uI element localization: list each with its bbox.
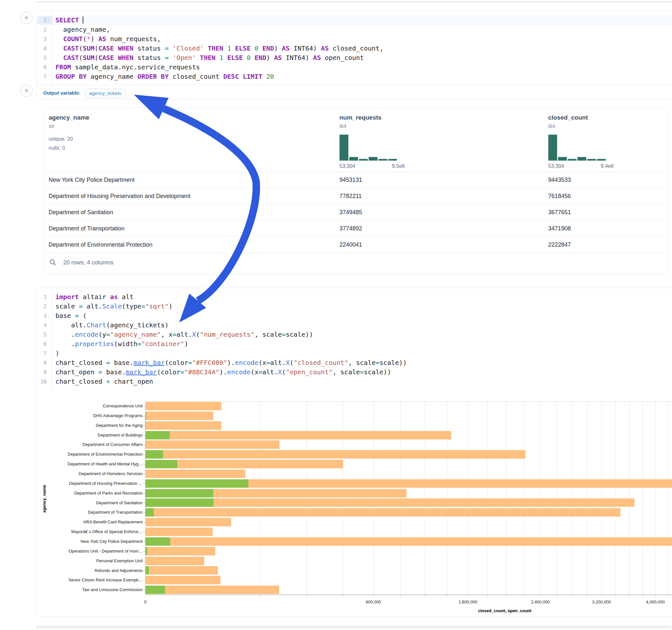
bar-open-count [145, 547, 147, 555]
column-header-num_requests[interactable]: num_requests [339, 114, 382, 121]
code-line[interactable]: 7GROUP BY agency_name ORDER BY closed_co… [37, 72, 672, 81]
histogram-max-label: 9.5e6 [392, 163, 405, 169]
table-row[interactable]: Department of Environmental Protection22… [45, 237, 668, 253]
bar-closed-count [145, 450, 526, 459]
x-axis-tick-label: 4,000,000 [646, 600, 665, 604]
line-number: 3 [37, 34, 52, 44]
code-text: SELECT [55, 16, 83, 25]
code-line[interactable]: 2 agency_name, [37, 25, 672, 34]
y-axis-tick [143, 435, 145, 436]
gridline [602, 401, 602, 595]
gridline [506, 401, 506, 595]
histogram-bar [349, 157, 358, 161]
table-row[interactable]: New York City Police Department945313194… [45, 172, 668, 188]
code-line[interactable]: 4 CAST(SUM(CASE WHEN status = 'Closed' T… [37, 44, 672, 53]
y-axis-tick [143, 541, 145, 542]
table-cell: 2222847 [548, 237, 571, 253]
bar-open-count [145, 421, 146, 430]
x-axis-tick-label: 1,600,000 [458, 600, 477, 604]
x-axis-tick-label: 3,200,000 [592, 600, 611, 604]
table-cell: New York City Police Department [49, 172, 135, 188]
y-axis-label: Department of Transportation [37, 508, 143, 517]
y-axis-label: Department for the Aging [37, 421, 143, 430]
column-histogram [548, 135, 606, 161]
histogram-bar [378, 159, 387, 161]
column-histogram [339, 135, 397, 161]
y-axis-label: Refunds and Adjustments [37, 566, 143, 576]
sql-code-editor[interactable]: 1⌄SELECT 2 agency_name,3 COUNT(*) AS num… [37, 16, 672, 81]
y-axis-label: Correspondence Unit [37, 401, 143, 411]
code-text: GROUP BY agency_name ORDER BY closed_cou… [55, 72, 274, 81]
y-axis-label: Personal Exemption Unit [37, 556, 143, 566]
y-axis-label: Department of Health and Mental Hyg… [37, 459, 143, 469]
bar-closed-count [145, 547, 215, 555]
gutter-divider [52, 11, 52, 85]
line-number: 7 [37, 72, 52, 81]
add-cell-button-output[interactable]: + [20, 84, 33, 97]
code-line[interactable]: 3 COUNT(*) AS num_requests, [37, 34, 672, 44]
bar-closed-count [145, 528, 213, 536]
y-axis-title: agency_name [42, 485, 47, 513]
table-row[interactable]: Department of Sanitation37494853677651 [45, 204, 668, 220]
y-axis-label: Department of Sanitation [37, 498, 143, 508]
code-text: agency_name, [55, 25, 110, 34]
code-line[interactable]: 6FROM sample_data.nyc.service_requests [37, 63, 672, 72]
bar-closed-count [145, 566, 218, 575]
gridline [487, 401, 488, 595]
previous-cell-scrollbar[interactable] [36, 1, 672, 3]
histogram-bar [587, 159, 596, 161]
text-cursor [83, 17, 83, 24]
code-text: CAST(SUM(CASE WHEN status = 'Open' THEN … [55, 53, 364, 63]
bar-closed-count [145, 537, 672, 546]
y-axis-tick [143, 512, 145, 513]
gridline [557, 401, 557, 595]
y-axis-tick [143, 464, 145, 464]
column-header-closed_count[interactable]: closed_count [548, 114, 588, 121]
y-axis-tick [143, 493, 145, 493]
code-line[interactable]: 1⌄SELECT [37, 16, 672, 25]
y-axis-tick [143, 580, 145, 580]
table-row[interactable]: Department of Housing Preservation and D… [45, 188, 668, 204]
y-axis-label: Senior Citizen Rent Increase Exempti… [37, 575, 143, 585]
notebook-page: + + 1⌄SELECT 2 agency_name,3 COUNT(*) AS… [0, 0, 672, 630]
y-axis-tick [143, 426, 145, 426]
column-type: str [49, 123, 54, 129]
table-cell: 3471908 [548, 221, 571, 237]
histogram-min-label: 53,304 [339, 163, 355, 169]
gridline [374, 401, 374, 595]
histogram-bar [568, 159, 577, 161]
gridline [307, 401, 307, 595]
next-cell-card [36, 628, 672, 630]
y-axis-label: Department of Consumer Affairs [37, 440, 143, 450]
bar-closed-count [145, 412, 213, 420]
histogram-bar [558, 157, 567, 161]
add-cell-button-top[interactable]: + [20, 12, 33, 24]
histogram-max-label: 9.4e6 [601, 163, 614, 169]
column-type: i64 [548, 123, 555, 129]
bar-closed-count [145, 557, 204, 565]
y-axis-tick [143, 532, 145, 532]
gridline [587, 401, 587, 595]
histogram-bar [548, 135, 557, 161]
table-cell: Department of Housing Preservation and D… [49, 188, 190, 204]
y-axis-label: Operations Unit - Department of Hom… [37, 547, 143, 556]
gridline [643, 401, 643, 595]
x-axis-tick-label: 800,000 [366, 600, 381, 604]
bar-closed-count [145, 499, 634, 507]
fold-chevron-icon[interactable]: ⌄ [47, 16, 50, 25]
bar-closed-count [145, 421, 221, 430]
y-axis-tick [143, 551, 145, 552]
gridline [572, 401, 573, 595]
output-variable-pill[interactable]: agency_tickets [86, 89, 126, 98]
table-cell: Department of Environmental Protection [49, 237, 152, 253]
bar-closed-count [145, 518, 231, 526]
table-body: New York City Police Department945313194… [45, 172, 668, 253]
y-axis-tick [143, 571, 145, 571]
table-row[interactable]: Department of Transportation377489234719… [45, 220, 668, 237]
python-cell-scrollbar[interactable] [36, 626, 672, 628]
search-icon[interactable] [49, 259, 56, 266]
gridline [425, 401, 425, 595]
gridline [629, 401, 629, 595]
column-header-agency_name[interactable]: agency_name [49, 114, 90, 121]
code-line[interactable]: 5 CAST(SUM(CASE WHEN status = 'Open' THE… [37, 53, 672, 63]
